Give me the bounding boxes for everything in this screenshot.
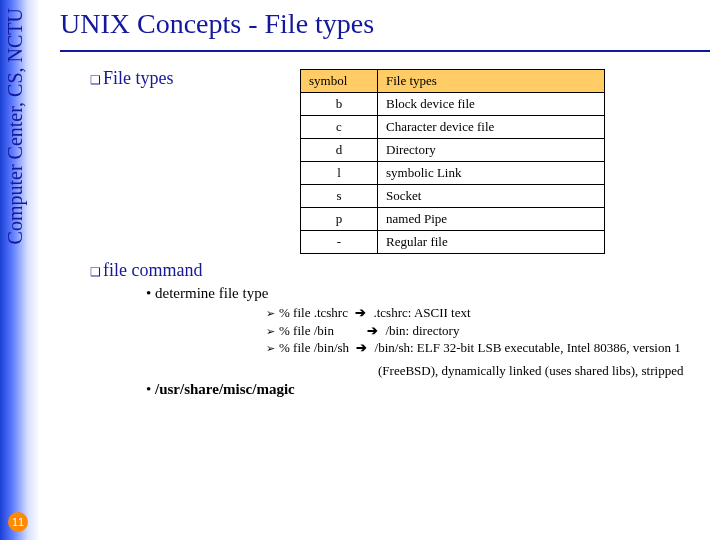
table-header-row: symbol File types	[301, 70, 605, 93]
ex-input: % file .tcshrc	[279, 305, 348, 320]
filecmd-heading: ❑file command	[90, 260, 710, 281]
arrow-icon: ➔	[356, 340, 367, 355]
slide-title: UNIX Concepts - File types	[60, 8, 710, 40]
table-row: cCharacter device file	[301, 116, 605, 139]
table-row: lsymbolic Link	[301, 162, 605, 185]
title-rule	[60, 50, 710, 52]
filecmd-item-1: determine file type	[155, 285, 268, 301]
cell-sym: p	[301, 208, 378, 231]
cell-sym: b	[301, 93, 378, 116]
list-item: ➢% file /bin ➔ /bin: directory	[266, 322, 710, 340]
table-row: sSocket	[301, 185, 605, 208]
table-row: -Regular file	[301, 231, 605, 254]
cell-sym: c	[301, 116, 378, 139]
triangle-bullet-icon: ➢	[266, 307, 275, 319]
side-label: Computer Center, CS, NCTU	[4, 8, 27, 244]
page-number-badge: 11	[8, 512, 28, 532]
cell-desc: Directory	[378, 139, 605, 162]
slide-content: UNIX Concepts - File types ❑File types s…	[60, 8, 710, 400]
cell-desc: Character device file	[378, 116, 605, 139]
ex-output-cont: (FreeBSD), dynamically linked (uses shar…	[378, 363, 710, 379]
triangle-bullet-icon: ➢	[266, 342, 275, 354]
triangle-bullet-icon: ➢	[266, 325, 275, 337]
list-item: /usr/share/misc/magic	[146, 381, 710, 398]
cell-desc: Regular file	[378, 231, 605, 254]
filetypes-table: symbol File types bBlock device file cCh…	[300, 69, 605, 254]
th-symbol: symbol	[301, 70, 378, 93]
cell-sym: s	[301, 185, 378, 208]
cell-sym: d	[301, 139, 378, 162]
square-bullet-icon: ❑	[90, 265, 101, 279]
filecmd-list: determine file type ➢% file .tcshrc ➔ .t…	[146, 285, 710, 398]
table-row: pnamed Pipe	[301, 208, 605, 231]
table-row: dDirectory	[301, 139, 605, 162]
arrow-icon: ➔	[355, 305, 366, 320]
cell-desc: Socket	[378, 185, 605, 208]
square-bullet-icon: ❑	[90, 73, 101, 87]
filecmd-heading-text: file command	[103, 260, 202, 280]
example-list: ➢% file .tcshrc ➔ .tcshrc: ASCII text ➢%…	[266, 304, 710, 357]
cell-desc: Block device file	[378, 93, 605, 116]
filetypes-heading-text: File types	[103, 68, 174, 88]
cell-sym: l	[301, 162, 378, 185]
list-item: ➢% file .tcshrc ➔ .tcshrc: ASCII text	[266, 304, 710, 322]
filecmd-item-2: /usr/share/misc/magic	[155, 381, 295, 397]
ex-output: /bin/sh: ELF 32-bit LSB executable, Inte…	[375, 339, 681, 357]
th-filetypes: File types	[378, 70, 605, 93]
table-row: bBlock device file	[301, 93, 605, 116]
arrow-icon: ➔	[367, 323, 378, 338]
ex-input: % file /bin	[279, 323, 334, 338]
list-item: determine file type ➢% file .tcshrc ➔ .t…	[146, 285, 710, 379]
cell-desc: symbolic Link	[378, 162, 605, 185]
ex-output: .tcshrc: ASCII text	[373, 304, 470, 322]
cell-desc: named Pipe	[378, 208, 605, 231]
cell-sym: -	[301, 231, 378, 254]
ex-output: /bin: directory	[385, 322, 459, 340]
list-item: ➢% file /bin/sh ➔ /bin/sh: ELF 32-bit LS…	[266, 339, 710, 357]
ex-input: % file /bin/sh	[279, 340, 349, 355]
